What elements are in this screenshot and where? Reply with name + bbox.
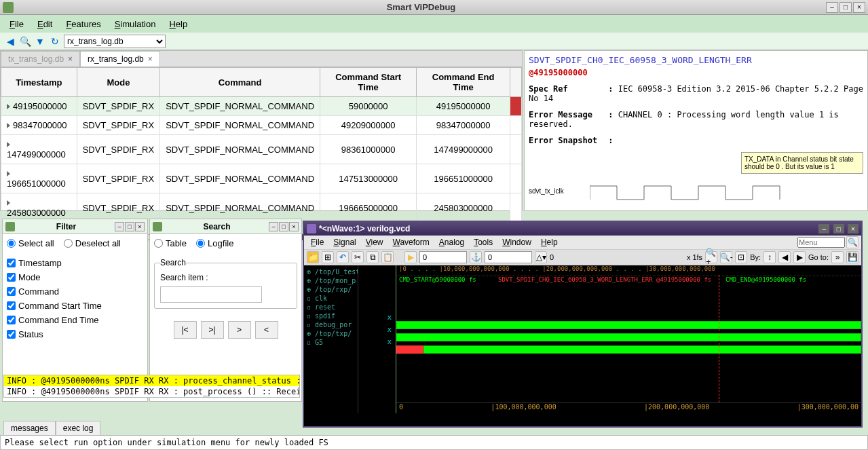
nwave-menu-file[interactable]: File: [307, 236, 328, 248]
save-icon[interactable]: 💾: [846, 251, 858, 263]
by-mode-icon[interactable]: ↕: [763, 251, 776, 263]
log-line[interactable]: INFO : @49195000000ns SPDIF RX RX : post…: [4, 386, 299, 397]
table-row[interactable]: 196651000000SDVT_SPDIF_RXSDVT_SPDIF_NORM…: [1, 164, 522, 193]
tab-rx-trans-log[interactable]: rx_trans_log.db ×: [80, 51, 160, 67]
search-mode-table-radio[interactable]: Table: [154, 238, 187, 248]
nwave-title: *<nWave:1> verilog.vcd: [319, 224, 817, 233]
filter-field-command[interactable]: Command: [7, 286, 143, 297]
zoom-out-icon[interactable]: 🔍-: [720, 251, 732, 263]
menu-file[interactable]: File: [4, 18, 29, 31]
prev-button[interactable]: <: [255, 321, 278, 339]
window-title: Smart ViPDebug: [16, 2, 826, 12]
panel-maximize-button[interactable]: □: [279, 222, 288, 231]
nwave-menu-signal[interactable]: Signal: [329, 236, 360, 248]
open-icon[interactable]: 📁: [307, 251, 319, 263]
tab-tx-trans-log[interactable]: tx_trans_log.db ×: [1, 51, 80, 67]
panel-close-button[interactable]: ×: [289, 222, 299, 231]
nwave-menu-waveform[interactable]: Waveform: [389, 236, 434, 248]
cut-icon[interactable]: ✂: [352, 251, 364, 263]
menu-simulation[interactable]: Simulation: [109, 18, 162, 31]
panel-close-button[interactable]: ×: [135, 222, 145, 231]
goto-menu-icon[interactable]: »: [831, 251, 844, 263]
paste-icon[interactable]: 📋: [381, 251, 394, 263]
nwave-menu-window[interactable]: Window: [498, 236, 535, 248]
zoom-in-icon[interactable]: 🔍+: [705, 251, 717, 263]
nwave-window[interactable]: *<nWave:1> verilog.vcd – □ × File Signal…: [303, 221, 863, 428]
tree-item[interactable]: ▫ clk: [307, 295, 355, 302]
panel-maximize-button[interactable]: □: [125, 222, 134, 231]
zoom-fit-icon[interactable]: ⊡: [735, 251, 747, 263]
minimize-button[interactable]: –: [826, 2, 838, 13]
copy-icon[interactable]: ⧉: [366, 251, 379, 263]
filter-field-command-end-time[interactable]: Command End Time: [7, 315, 143, 325]
col-command[interactable]: Command: [160, 68, 320, 97]
panel-minimize-button[interactable]: –: [269, 222, 278, 231]
tree-item[interactable]: ⊕ /top/txp/: [307, 330, 355, 337]
cursor1-input[interactable]: [419, 251, 467, 263]
nwave-menu-search-input[interactable]: [797, 237, 845, 248]
select-all-radio[interactable]: Select all: [7, 238, 54, 248]
file-select[interactable]: rx_trans_log.db: [64, 35, 166, 48]
menu-help[interactable]: Help: [164, 18, 193, 31]
col-mode[interactable]: Mode: [77, 68, 159, 97]
next-button[interactable]: >: [228, 321, 251, 339]
filter-field-status[interactable]: Status: [7, 329, 143, 339]
table-row[interactable]: 98347000000SDVT_SPDIF_RXSDVT_SPDIF_NORMA…: [1, 116, 522, 135]
filter-field-command-start-time[interactable]: Command Start Time: [7, 301, 143, 311]
tree-item[interactable]: ⊕ /top/U_test: [307, 268, 355, 276]
zoom-icon[interactable]: 🔍: [19, 35, 31, 48]
filter-field-mode[interactable]: Mode: [7, 272, 143, 282]
tab-exec-log[interactable]: exec log: [56, 421, 101, 436]
filter-field-timestamp[interactable]: Timestamp: [7, 258, 143, 268]
tree-item[interactable]: ▫ G5: [307, 339, 355, 346]
tree-item[interactable]: ⊕ /top/rxp/: [307, 286, 355, 293]
maximize-button[interactable]: □: [839, 2, 852, 13]
cursor2-input[interactable]: [485, 251, 532, 263]
tree-item[interactable]: ▫ reset: [307, 303, 355, 311]
table-row[interactable]: 49195000000SDVT_SPDIF_RXSDVT_SPDIF_NORMA…: [1, 97, 522, 116]
nwave-menu-view[interactable]: View: [362, 236, 388, 248]
refresh-icon[interactable]: ↻: [49, 35, 61, 48]
nwave-menu-tools[interactable]: Tools: [470, 236, 497, 248]
back-icon[interactable]: ◀: [4, 35, 16, 48]
nwave-menu-help[interactable]: Help: [537, 236, 562, 248]
filter-icon[interactable]: ▼: [34, 35, 46, 48]
close-button[interactable]: ×: [853, 2, 865, 13]
search-mode-logfile-radio[interactable]: Logfile: [196, 238, 233, 248]
search-input[interactable]: [160, 286, 262, 303]
tab-messages[interactable]: messages: [3, 421, 56, 436]
panel-minimize-button[interactable]: –: [115, 222, 124, 231]
undo-icon[interactable]: ↶: [337, 251, 349, 263]
menu-edit[interactable]: Edit: [32, 18, 58, 31]
col-timestamp[interactable]: Timestamp: [1, 68, 77, 97]
nwave-menu-search-icon[interactable]: 🔍: [846, 236, 858, 248]
col-end-time[interactable]: Command End Time: [417, 68, 510, 97]
tree-item[interactable]: ▫ debug_por: [307, 321, 355, 329]
log-area[interactable]: INFO : @49195000000ns SPDIF RX RX : proc…: [3, 375, 300, 398]
tab-close-icon[interactable]: ×: [68, 54, 73, 64]
tree-item[interactable]: ⊕ /top/mon_p: [307, 277, 355, 284]
panel-icon: [153, 222, 162, 231]
table-row[interactable]: 147499000000SDVT_SPDIF_RXSDVT_SPDIF_NORM…: [1, 135, 522, 164]
anchor-icon[interactable]: ⚓: [470, 251, 482, 263]
nwave-close-button[interactable]: ×: [848, 224, 858, 233]
last-button[interactable]: >|: [201, 321, 224, 339]
tab-close-icon[interactable]: ×: [148, 54, 153, 64]
delta-icon[interactable]: △▾: [535, 251, 547, 263]
prev-edge-icon[interactable]: ◀: [778, 251, 791, 263]
first-button[interactable]: |<: [174, 321, 197, 339]
col-status[interactable]: [510, 68, 522, 97]
nwave-minimize-button[interactable]: –: [818, 224, 829, 233]
deselect-all-radio[interactable]: Deselect all: [64, 238, 121, 248]
col-start-time[interactable]: Command Start Time: [320, 68, 417, 97]
nwave-menu-analog[interactable]: Analog: [435, 236, 468, 248]
nwave-signal-tree[interactable]: ⊕ /top/U_test⊕ /top/mon_p⊕ /top/rxp/ ▫ c…: [304, 265, 358, 413]
nwave-maximize-button[interactable]: □: [833, 224, 844, 233]
log-line[interactable]: INFO : @49195000000ns SPDIF RX RX : proc…: [4, 375, 299, 386]
menu-features[interactable]: Features: [60, 18, 106, 31]
nwave-waveform-area[interactable]: |0 . . . . |10,000,000,000,000 . . . . |…: [396, 265, 861, 413]
next-edge-icon[interactable]: ▶: [793, 251, 806, 263]
hierarchy-icon[interactable]: ⊞: [322, 251, 334, 263]
tree-item[interactable]: ▫ spdif: [307, 312, 355, 320]
cursor-icon[interactable]: ▶: [404, 251, 417, 263]
